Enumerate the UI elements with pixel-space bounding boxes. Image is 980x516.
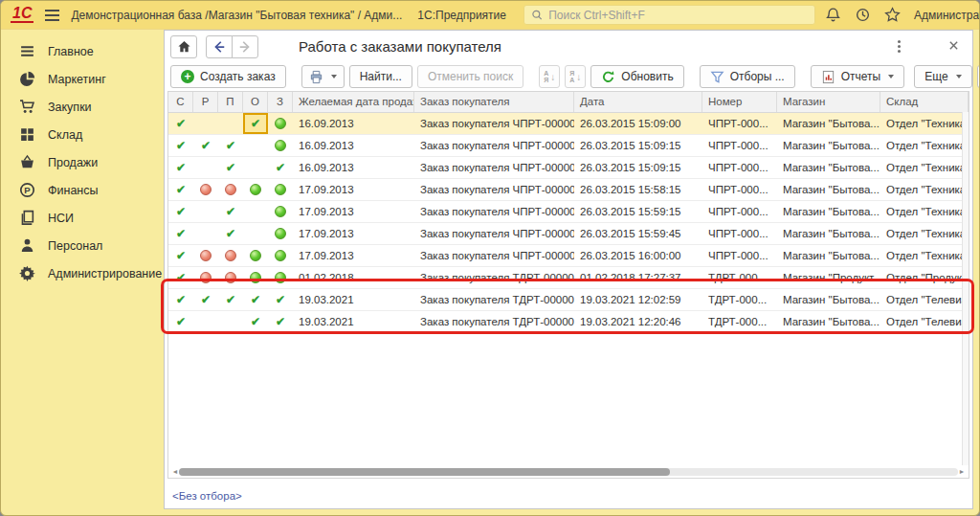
refresh-button[interactable]: Обновить — [590, 65, 683, 88]
cell-wish-date: 16.09.2013 — [293, 157, 414, 178]
sort-descending-button[interactable]: ЯА ↓ — [565, 65, 586, 88]
cell-wish-date: 16.09.2013 — [293, 113, 414, 134]
cell-number: ЧПРТ-000... — [702, 245, 777, 266]
help-button[interactable]: ? — [977, 65, 980, 88]
status-cell-o — [243, 201, 268, 222]
cell-date: 01.02.2018 17:27:37 — [574, 267, 702, 288]
column-header[interactable]: О — [243, 92, 268, 112]
green-check-icon: ✔ — [176, 316, 186, 327]
status-cell-r — [193, 157, 218, 178]
table-row[interactable]: ✔✔16.09.2013Заказ покупателя ЧПРТ-00000.… — [168, 113, 969, 135]
cell-wish-date: 19.03.2021 — [293, 289, 414, 310]
cell-wish-date: 17.09.2013 — [293, 201, 414, 222]
column-header[interactable]: Склад — [880, 92, 969, 112]
filter-status-link[interactable]: <Без отбора> — [172, 490, 242, 502]
table-row[interactable]: ✔17.09.2013Заказ покупателя ЧПРТ-00000..… — [168, 179, 969, 201]
find-button[interactable]: Найти... — [349, 65, 412, 88]
reports-button[interactable]: Отчеты — [811, 65, 904, 88]
cell-number: ЧПРТ-000... — [702, 157, 777, 178]
cell-number: ЧПРТ-000... — [702, 179, 777, 200]
status-cell-o — [243, 135, 268, 156]
red-ball-icon — [200, 272, 212, 283]
table-row[interactable]: ✔✔✔16.09.2013Заказ покупателя ЧПРТ-00000… — [168, 135, 969, 157]
column-header[interactable]: Магазин — [777, 92, 880, 112]
sidebar-item-администрирование[interactable]: Администрирование — [1, 259, 164, 287]
favorites-star-icon[interactable] — [884, 7, 901, 23]
sidebar-item-склад[interactable]: Склад — [1, 121, 164, 148]
sidebar-item-персонал[interactable]: Персонал — [1, 232, 164, 259]
table-row[interactable]: ✔✔17.09.2013Заказ покупателя ЧПРТ-00000.… — [168, 201, 969, 223]
notifications-bell-icon[interactable] — [825, 7, 841, 23]
status-cell-z — [268, 223, 293, 244]
sidebar-item-главное[interactable]: Главное — [1, 37, 164, 65]
cell-number: ТДРТ-000... — [702, 267, 777, 288]
cancel-search-button[interactable]: Отменить поиск — [417, 65, 523, 88]
status-cell-p: ✔ — [218, 157, 243, 178]
cell-order: Заказ покупателя ЧПРТ-00000... — [414, 157, 574, 178]
create-order-button[interactable]: + Создать заказ — [170, 65, 286, 88]
column-header[interactable]: Р — [193, 92, 218, 112]
column-header[interactable]: З — [268, 92, 293, 112]
column-header[interactable]: Заказ покупателя — [414, 92, 574, 112]
global-search-box[interactable] — [523, 5, 815, 25]
status-cell-p — [218, 311, 243, 332]
table-row[interactable]: ✔17.09.2013Заказ покупателя ЧПРТ-00000..… — [168, 245, 969, 267]
sidebar-item-маркетинг[interactable]: Маркетинг — [1, 65, 164, 93]
status-cell-p — [218, 179, 243, 200]
status-cell-s: ✔ — [168, 179, 193, 200]
table-row[interactable]: ✔01.02.2018Заказ покупателя ТДРТ-000001.… — [168, 267, 969, 289]
home-button[interactable] — [170, 35, 197, 58]
kebab-menu-icon[interactable] — [894, 38, 904, 55]
green-ball-icon — [275, 184, 286, 195]
hamburger-menu-icon[interactable] — [43, 8, 61, 23]
status-cell-o — [243, 267, 268, 288]
green-ball-icon — [250, 272, 261, 283]
scroll-left-arrow-icon[interactable]: ◄ — [171, 468, 179, 475]
search-input[interactable] — [548, 9, 808, 22]
red-ball-icon — [200, 184, 212, 195]
current-user[interactable]: Администратор узла — [914, 9, 980, 22]
table-row[interactable]: ✔✔✔16.09.2013Заказ покупателя ЧПРТ-00000… — [168, 157, 969, 179]
forward-button[interactable] — [232, 35, 258, 58]
cell-wish-date: 19.03.2021 — [293, 311, 414, 332]
cell-order: Заказ покупателя ЧПРТ-00000... — [414, 135, 574, 156]
green-check-icon: ✔ — [226, 162, 235, 173]
cell-shop: Магазин "Бытова... — [777, 179, 880, 200]
green-check-icon: ✔ — [176, 228, 186, 239]
column-header[interactable]: Номер — [702, 92, 777, 112]
vertical-scrollbar[interactable] — [962, 112, 969, 465]
horizontal-scrollbar-thumb[interactable] — [179, 468, 670, 476]
sort-ascending-button[interactable]: АЯ ↓ — [539, 65, 560, 88]
page-title: Работа с заказами покупателя — [299, 38, 501, 55]
main-panel: Работа с заказами покупателя + Создать з… — [164, 30, 973, 509]
print-button[interactable] — [301, 65, 345, 88]
table-row[interactable]: ✔✔✔✔✔19.03.2021Заказ покупателя ТДРТ-000… — [168, 289, 969, 311]
sidebar-item-нси[interactable]: НСИ — [1, 204, 164, 232]
column-header[interactable]: Желаемая дата продажи — [293, 92, 414, 112]
scroll-right-arrow-icon[interactable]: ► — [958, 468, 966, 475]
table-row[interactable]: ✔✔✔19.03.2021Заказ покупателя ТДРТ-00000… — [168, 311, 969, 333]
more-button[interactable]: Еще — [914, 65, 971, 88]
horizontal-scrollbar-track[interactable] — [179, 468, 958, 476]
green-ball-icon — [275, 206, 286, 217]
status-cell-z — [268, 135, 293, 156]
table-row[interactable]: ✔✔17.09.2013Заказ покупателя ЧПРТ-00000.… — [168, 223, 969, 245]
sidebar-item-продажи[interactable]: Продажи — [1, 148, 164, 176]
status-cell-z — [268, 267, 293, 288]
close-panel-icon[interactable] — [948, 39, 959, 54]
status-cell-p — [218, 267, 243, 288]
column-header[interactable]: С — [168, 92, 193, 112]
plus-icon: + — [181, 70, 194, 83]
filters-button[interactable]: Отборы ... — [700, 65, 795, 88]
status-cell-r: ✔ — [193, 289, 218, 310]
sidebar-item-закупки[interactable]: Закупки — [1, 93, 164, 121]
cell-number: ЧПРТ-000... — [702, 223, 777, 244]
status-cell-o — [243, 157, 268, 178]
back-button[interactable] — [206, 35, 233, 58]
status-cell-p: ✔ — [218, 135, 243, 156]
column-header[interactable]: П — [218, 92, 243, 112]
books-icon — [19, 210, 35, 226]
history-icon[interactable] — [855, 7, 871, 23]
column-header[interactable]: Дата — [574, 92, 702, 112]
sidebar-item-финансы[interactable]: Р Финансы — [1, 176, 164, 204]
